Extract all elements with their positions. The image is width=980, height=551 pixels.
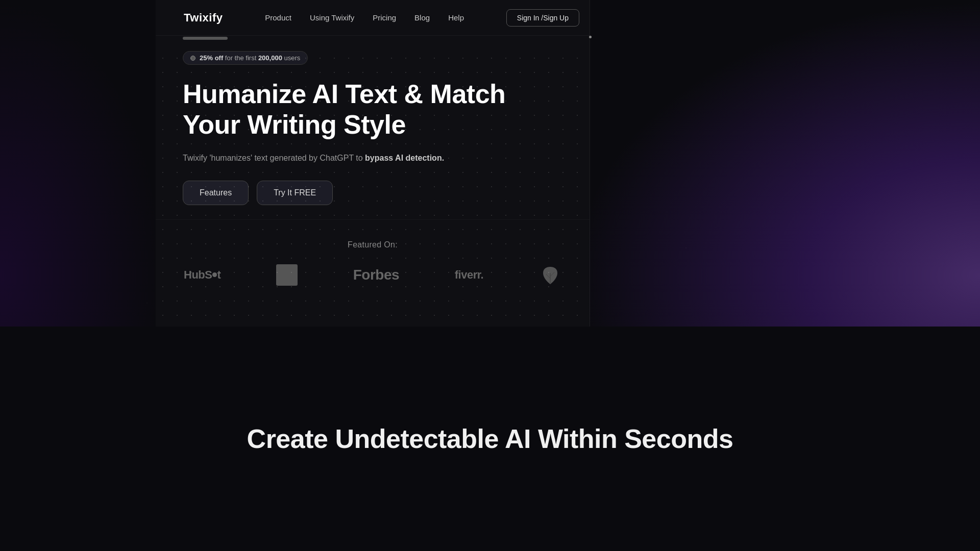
signin-button[interactable]: Sign In /Sign Up: [506, 9, 579, 27]
hero-section: 25% off for the first 200,000 users Huma…: [183, 51, 540, 205]
featured-title: Featured On:: [184, 240, 561, 249]
badge-users-label: users: [282, 54, 300, 62]
border-dot: [589, 36, 592, 38]
badge-text-for: for the first: [223, 54, 258, 62]
featured-section: Featured On: HubSt Forbes fiverr.: [156, 219, 590, 307]
features-button[interactable]: Features: [183, 181, 249, 205]
badge-dot-icon: [190, 56, 195, 61]
nav-link-blog[interactable]: Blog: [414, 13, 430, 22]
nav-item-help[interactable]: Help: [448, 13, 464, 22]
bottom-section: Create Undetectable AI Within Seconds: [0, 327, 980, 551]
forbes-logo: Forbes: [353, 267, 399, 283]
navbar: Twixify Product Using Twixify Pricing Bl…: [156, 0, 590, 36]
nav-item-product[interactable]: Product: [265, 13, 291, 22]
nav-link-help[interactable]: Help: [448, 13, 464, 22]
leaf-icon: [539, 264, 561, 286]
square-logo: [276, 264, 298, 286]
nav-item-using-twixify[interactable]: Using Twixify: [310, 13, 354, 22]
card-border: [590, 0, 590, 327]
fiverr-logo: fiverr.: [455, 268, 483, 282]
badge-users-count: 200,000: [258, 54, 282, 62]
nav-item-pricing[interactable]: Pricing: [373, 13, 396, 22]
logo[interactable]: Twixify: [184, 11, 223, 24]
hero-subtitle-plain: Twixify 'humanizes' text generated by Ch…: [183, 154, 365, 162]
bottom-title: Create Undetectable AI Within Seconds: [247, 423, 733, 454]
scroll-indicator: [183, 37, 228, 40]
hubspot-logo: HubSt: [184, 268, 220, 282]
nav-item-blog[interactable]: Blog: [414, 13, 430, 22]
hero-title: Humanize AI Text & Match Your Writing St…: [183, 79, 540, 140]
hubspot-dot: [212, 272, 217, 277]
hero-subtitle-bold: bypass AI detection.: [365, 154, 444, 162]
badge-percent: 25% off: [200, 54, 223, 62]
nav-link-product[interactable]: Product: [265, 13, 291, 22]
discount-badge: 25% off for the first 200,000 users: [183, 51, 308, 65]
nav-links: Product Using Twixify Pricing Blog Help: [265, 13, 464, 22]
hero-subtitle: Twixify 'humanizes' text generated by Ch…: [183, 152, 458, 165]
try-free-button[interactable]: Try It FREE: [257, 181, 333, 205]
nav-link-using-twixify[interactable]: Using Twixify: [310, 13, 354, 22]
nav-link-pricing[interactable]: Pricing: [373, 13, 396, 22]
hero-buttons: Features Try It FREE: [183, 181, 540, 205]
featured-logos: HubSt Forbes fiverr.: [184, 264, 561, 286]
badge-text: 25% off for the first 200,000 users: [200, 54, 300, 62]
leaf-logo: [539, 264, 561, 286]
nav-right: Sign In /Sign Up: [506, 9, 590, 27]
